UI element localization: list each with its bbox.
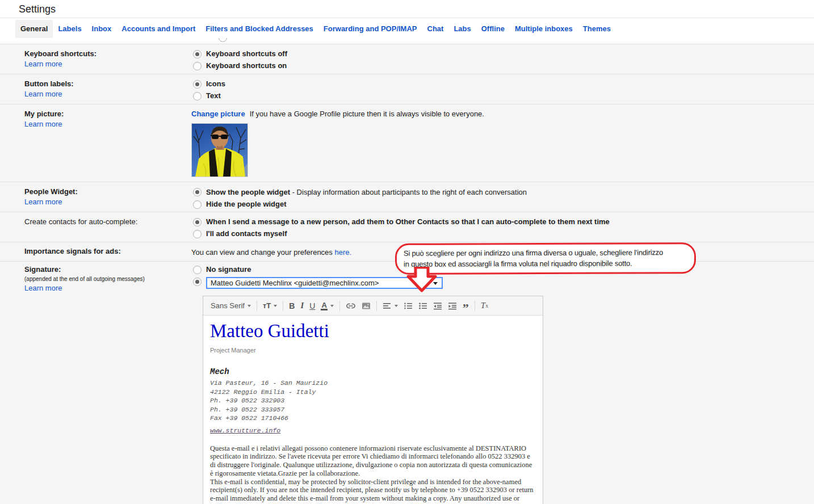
annotation-box: Si può scegliere per ogni indirizzo una … xyxy=(395,242,696,275)
tab-chat[interactable]: Chat xyxy=(422,20,449,38)
keyboard-shortcuts-off-option: Keyboard shortcuts off xyxy=(191,49,814,58)
font-size-button[interactable]: тT xyxy=(263,301,277,310)
toolbar-separator xyxy=(475,301,475,311)
signature-address-line2: 42122 Reggio Emilia - Italy xyxy=(210,388,536,397)
signature-address-select-value: Matteo Guidetti Mechlinx <guidetti@mechl… xyxy=(211,279,379,287)
signature-website-link[interactable]: www.strutture.info xyxy=(210,427,280,434)
button-labels-icons-radio[interactable] xyxy=(193,80,202,89)
chevron-down-icon xyxy=(274,305,277,307)
tab-filters-and-blocked-addresses[interactable]: Filters and Blocked Addresses xyxy=(200,20,318,38)
keyboard-shortcuts-on-label: Keyboard shortcuts on xyxy=(206,61,287,70)
italic-button[interactable]: I xyxy=(300,301,304,310)
keyboard-shortcuts-off-label: Keyboard shortcuts off xyxy=(206,49,287,58)
signature-learn-more-link[interactable]: Learn more xyxy=(24,284,62,292)
change-picture-link[interactable]: Change picture xyxy=(191,110,245,118)
tab-forwarding-and-pop-imap[interactable]: Forwarding and POP/IMAP xyxy=(318,20,422,38)
insert-link-icon xyxy=(346,301,356,310)
signature-editor: Sans Serif тT B I U A xyxy=(203,296,543,504)
outdent-icon xyxy=(433,301,442,310)
page-title: Settings xyxy=(0,0,814,15)
underline-button[interactable]: U xyxy=(309,301,315,310)
disclaimer-italian: Questa e-mail e i relativi allegati poss… xyxy=(210,444,536,478)
font-family-select[interactable]: Sans Serif xyxy=(211,301,251,310)
importance-signals-here-link[interactable]: here. xyxy=(334,248,351,257)
manual-add-contacts-radio[interactable] xyxy=(193,230,202,238)
signature-note: (appended at the end of all outgoing mes… xyxy=(24,276,191,282)
toolbar-separator xyxy=(257,301,257,311)
people-widget-row: People Widget: Learn more Show the peopl… xyxy=(0,182,814,212)
text-color-glyph: A xyxy=(321,301,327,310)
show-people-widget-option: Show the people widget - Display informa… xyxy=(191,187,814,197)
create-contacts-row: Create contacts for auto-complete: When … xyxy=(0,212,814,242)
no-signature-radio[interactable] xyxy=(193,266,202,274)
keyboard-shortcuts-on-radio[interactable] xyxy=(193,62,202,70)
outdent-button[interactable] xyxy=(433,301,442,310)
people-widget-label: People Widget: xyxy=(24,187,191,196)
indent-button[interactable] xyxy=(448,301,457,310)
signature-address-radio[interactable] xyxy=(193,278,202,286)
signature-editor-toolbar: Sans Serif тT B I U A xyxy=(203,296,543,316)
button-labels-text-option: Text xyxy=(191,91,814,100)
annotation-text-line2: in questo box ed associargli la firma vo… xyxy=(404,258,687,270)
hide-people-widget-label: Hide the people widget xyxy=(206,200,287,209)
chevron-down-icon xyxy=(330,305,334,307)
tab-general[interactable]: General xyxy=(15,20,53,38)
show-people-widget-radio[interactable] xyxy=(193,188,202,196)
signature-phone1: Ph. +39 0522 332903 xyxy=(210,396,536,405)
tab-inbox[interactable]: Inbox xyxy=(87,20,117,38)
button-labels-learn-more-link[interactable]: Learn more xyxy=(24,90,62,98)
signature-name: Matteo Guidetti xyxy=(210,320,536,342)
text-color-button[interactable]: A xyxy=(321,301,333,310)
partial-radio-icon xyxy=(219,38,227,42)
insert-image-button[interactable] xyxy=(362,301,371,310)
toolbar-separator xyxy=(376,301,377,311)
keyboard-shortcuts-label: Keyboard shortcuts: xyxy=(24,49,191,58)
gmail-settings-page: Settings General Labels Inbox Accounts a… xyxy=(0,0,814,504)
hide-people-widget-radio[interactable] xyxy=(193,200,202,209)
button-labels-label: Button labels: xyxy=(24,79,191,88)
my-picture-row: My picture: Learn more Change picture If… xyxy=(0,104,814,182)
importance-signals-text: You can view and change your preferences xyxy=(191,248,334,257)
numbered-list-button[interactable] xyxy=(404,301,413,310)
chevron-down-icon xyxy=(247,305,251,307)
keyboard-shortcuts-on-option: Keyboard shortcuts on xyxy=(191,61,814,70)
people-widget-learn-more-link[interactable]: Learn more xyxy=(24,198,62,206)
signature-address-option: Matteo Guidetti Mechlinx <guidetti@mechl… xyxy=(191,277,814,289)
bold-button[interactable]: B xyxy=(289,301,295,310)
align-button[interactable] xyxy=(383,301,398,310)
profile-photo xyxy=(191,123,248,177)
button-labels-icons-option: Icons xyxy=(191,79,814,89)
insert-link-button[interactable] xyxy=(346,301,356,310)
font-family-value: Sans Serif xyxy=(211,301,245,310)
bulleted-list-icon xyxy=(418,301,427,310)
insert-image-icon xyxy=(362,301,371,310)
my-picture-learn-more-link[interactable]: Learn more xyxy=(24,120,62,128)
button-labels-text-label: Text xyxy=(206,91,221,100)
keyboard-shortcuts-off-radio[interactable] xyxy=(193,50,202,58)
toolbar-separator xyxy=(283,301,283,311)
remove-formatting-button[interactable]: Tx xyxy=(481,301,488,310)
disclaimer-english: This e-mail is confidential, may be prot… xyxy=(210,478,536,504)
auto-add-contacts-option: When I send a message to a new person, a… xyxy=(191,217,814,226)
quote-button[interactable]: ” xyxy=(463,300,469,312)
auto-add-contacts-radio[interactable] xyxy=(193,218,202,226)
toolbar-separator xyxy=(339,301,340,311)
bulleted-list-button[interactable] xyxy=(418,301,427,310)
signature-company: Mech xyxy=(210,367,536,376)
tab-labs[interactable]: Labs xyxy=(448,20,476,38)
keyboard-shortcuts-learn-more-link[interactable]: Learn more xyxy=(24,60,62,68)
signature-address-block: Via Pasteur, 16 - San Maurizio 42122 Reg… xyxy=(210,379,536,423)
signature-editor-body[interactable]: Matteo Guidetti Project Manager Mech Via… xyxy=(203,316,543,504)
tab-themes[interactable]: Themes xyxy=(578,20,616,38)
button-labels-text-radio[interactable] xyxy=(193,92,202,100)
manual-add-contacts-option: I'll add contacts myself xyxy=(191,229,814,238)
tab-labels[interactable]: Labels xyxy=(53,20,86,38)
manual-add-contacts-label: I'll add contacts myself xyxy=(206,229,287,238)
tab-offline[interactable]: Offline xyxy=(476,20,510,38)
keyboard-shortcuts-row: Keyboard shortcuts: Learn more Keyboard … xyxy=(0,44,814,74)
indent-icon xyxy=(448,301,457,310)
align-left-icon xyxy=(383,301,392,310)
tab-accounts-and-import[interactable]: Accounts and Import xyxy=(116,20,200,38)
signature-address-line1: Via Pasteur, 16 - San Maurizio xyxy=(210,379,536,388)
tab-multiple-inboxes[interactable]: Multiple inboxes xyxy=(510,20,578,38)
